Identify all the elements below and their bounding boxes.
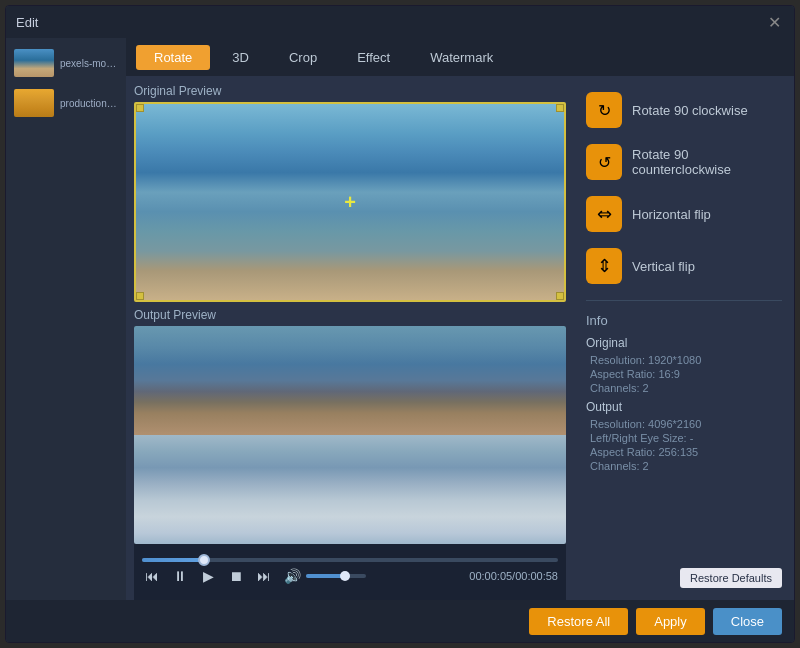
edit-window: Edit ✕ pexels-movie... production_id... … [5, 5, 795, 643]
info-original-resolution: Resolution: 1920*1080 [586, 354, 782, 366]
skip-back-icon[interactable]: ⏮ [142, 566, 162, 586]
corner-br[interactable] [556, 292, 564, 300]
tab-effect[interactable]: Effect [339, 45, 408, 70]
crosshair-icon: + [344, 191, 356, 214]
restore-defaults-button[interactable]: Restore Defaults [680, 568, 782, 588]
info-output-channels: Channels: 2 [586, 460, 782, 472]
rotate-ccw-button[interactable]: ↺ Rotate 90 counterclockwise [586, 140, 782, 184]
volume-area: 🔊 [282, 566, 366, 586]
apply-button[interactable]: Apply [636, 608, 705, 635]
original-preview: + [134, 102, 566, 302]
time-display: 00:00:05/00:00:58 [469, 570, 558, 582]
original-image: + [136, 104, 564, 300]
rotate-ccw-label: Rotate 90 counterclockwise [632, 147, 782, 177]
tab-3d[interactable]: 3D [214, 45, 267, 70]
info-original-aspect: Aspect Ratio: 16:9 [586, 368, 782, 380]
edit-area: Original Preview + Output Preview [126, 76, 794, 600]
output-bottom-image [134, 435, 566, 544]
content-area: Rotate 3D Crop Effect Watermark Original… [126, 38, 794, 600]
bottom-bar: Restore All Apply Close [6, 600, 794, 642]
corner-bl[interactable] [136, 292, 144, 300]
output-preview-label: Output Preview [134, 308, 566, 322]
hflip-button[interactable]: ⇔ Horizontal flip [586, 192, 782, 236]
playback-bar: ⏮ ⏸ ▶ ⏹ ⏭ 🔊 [134, 544, 566, 600]
corner-tl[interactable] [136, 104, 144, 112]
controls-row: ⏮ ⏸ ▶ ⏹ ⏭ 🔊 [142, 566, 558, 586]
rotate-cw-button[interactable]: ↻ Rotate 90 clockwise [586, 88, 782, 132]
info-original-title: Original [586, 336, 782, 350]
progress-thumb[interactable] [198, 554, 210, 566]
rotate-cw-icon: ↻ [586, 92, 622, 128]
info-output-title: Output [586, 400, 782, 414]
sidebar-item-1[interactable]: production_id... [6, 83, 126, 123]
info-output-resolution: Resolution: 4096*2160 [586, 418, 782, 430]
window-title: Edit [16, 15, 38, 30]
info-output-eye-size: Left/Right Eye Size: - [586, 432, 782, 444]
info-output-aspect: Aspect Ratio: 256:135 [586, 446, 782, 458]
vflip-label: Vertical flip [632, 259, 695, 274]
tabs-bar: Rotate 3D Crop Effect Watermark [126, 38, 794, 76]
pause-icon[interactable]: ⏸ [170, 566, 190, 586]
rotate-cw-label: Rotate 90 clockwise [632, 103, 748, 118]
restore-all-button[interactable]: Restore All [529, 608, 628, 635]
info-section: Info Original Resolution: 1920*1080 Aspe… [586, 313, 782, 556]
original-preview-label: Original Preview [134, 84, 566, 98]
info-title: Info [586, 313, 782, 328]
volume-track[interactable] [306, 574, 366, 578]
preview-panel: Original Preview + Output Preview [126, 76, 574, 600]
info-original-channels: Channels: 2 [586, 382, 782, 394]
divider [586, 300, 782, 301]
skip-forward-icon[interactable]: ⏭ [254, 566, 274, 586]
volume-thumb[interactable] [340, 571, 350, 581]
stop-icon[interactable]: ⏹ [226, 566, 246, 586]
sidebar: pexels-movie... production_id... [6, 38, 126, 600]
play-icon[interactable]: ▶ [198, 566, 218, 586]
right-panel: ↻ Rotate 90 clockwise ↺ Rotate 90 counte… [574, 76, 794, 600]
sidebar-item-0[interactable]: pexels-movie... [6, 43, 126, 83]
tab-rotate[interactable]: Rotate [136, 45, 210, 70]
tab-watermark[interactable]: Watermark [412, 45, 511, 70]
rotate-ccw-icon: ↺ [586, 144, 622, 180]
sidebar-thumb-0 [14, 49, 54, 77]
vflip-button[interactable]: ⇕ Vertical flip [586, 244, 782, 288]
sidebar-thumb-1 [14, 89, 54, 117]
hflip-icon: ⇔ [586, 196, 622, 232]
vflip-icon: ⇕ [586, 248, 622, 284]
output-top-image [134, 326, 566, 435]
tab-crop[interactable]: Crop [271, 45, 335, 70]
hflip-label: Horizontal flip [632, 207, 711, 222]
output-preview [134, 326, 566, 544]
corner-tr[interactable] [556, 104, 564, 112]
sidebar-label-1: production_id... [60, 98, 118, 109]
progress-fill [142, 558, 204, 562]
progress-track[interactable] [142, 558, 558, 562]
titlebar: Edit ✕ [6, 6, 794, 38]
output-section: Output Preview [134, 308, 566, 544]
close-icon[interactable]: ✕ [764, 12, 784, 32]
main-content: pexels-movie... production_id... Rotate … [6, 38, 794, 600]
sidebar-label-0: pexels-movie... [60, 58, 118, 69]
bottom-close-button[interactable]: Close [713, 608, 782, 635]
volume-icon[interactable]: 🔊 [282, 566, 302, 586]
